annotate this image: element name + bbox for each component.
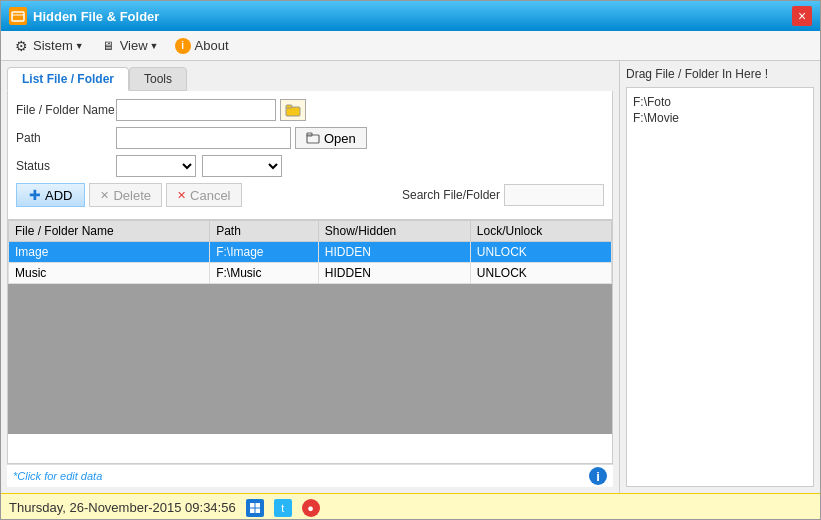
gear-icon: [13, 38, 29, 54]
svg-rect-6: [250, 503, 255, 508]
left-panel: List File / Folder Tools File / Folder N…: [1, 61, 620, 493]
tabs: List File / Folder Tools: [7, 67, 613, 91]
status-select-hidden[interactable]: HIDDEN VISIBLE: [116, 155, 196, 177]
gray-filler: [8, 284, 612, 434]
search-input[interactable]: [504, 184, 604, 206]
file-folder-name-label: File / Folder Name: [16, 103, 116, 117]
table-row[interactable]: MusicF:\MusicHIDDENUNLOCK: [9, 263, 612, 284]
form-area: File / Folder Name Path Open Status: [7, 91, 613, 220]
status-row: Status HIDDEN VISIBLE LOCK UNLOCK: [16, 155, 604, 177]
open-label: Open: [324, 131, 356, 146]
delete-button[interactable]: ✕ Delete: [89, 183, 162, 207]
table-cell-show_hidden: HIDDEN: [318, 263, 470, 284]
col-header-show-hidden: Show/Hidden: [318, 221, 470, 242]
tab-tools[interactable]: Tools: [129, 67, 187, 91]
delete-icon: ✕: [100, 189, 109, 202]
sistem-dropdown-arrow: ▼: [75, 41, 84, 51]
file-table: File / Folder Name Path Show/Hidden Lock…: [8, 220, 612, 284]
sistem-menu[interactable]: Sistem ▼: [5, 35, 92, 57]
status-label: Status: [16, 159, 116, 173]
svg-rect-9: [255, 508, 260, 513]
main-content: List File / Folder Tools File / Folder N…: [1, 61, 820, 493]
stop-icon[interactable]: ●: [302, 499, 320, 517]
drag-item-2: F:\Movie: [633, 110, 807, 126]
table-header-row: File / Folder Name Path Show/Hidden Lock…: [9, 221, 612, 242]
about-icon: i: [175, 38, 191, 54]
title-bar: Hidden File & Folder ×: [1, 1, 820, 31]
svg-rect-7: [255, 503, 260, 508]
add-label: ADD: [45, 188, 72, 203]
title-bar-icon: [9, 7, 27, 25]
twitter-icon[interactable]: t: [274, 499, 292, 517]
browse-button[interactable]: [280, 99, 306, 121]
info-button[interactable]: i: [589, 467, 607, 485]
table-footer: *Click for edit data i: [7, 464, 613, 487]
table-cell-path: F:\Music: [210, 263, 319, 284]
menu-bar: Sistem ▼ View ▼ i About: [1, 31, 820, 61]
actions-row: ✚ ADD ✕ Delete ✕ Cancel Search File/Fold…: [16, 183, 604, 207]
table-body: ImageF:\ImageHIDDENUNLOCKMusicF:\MusicHI…: [9, 242, 612, 284]
about-label: About: [195, 38, 229, 53]
cancel-icon: ✕: [177, 189, 186, 202]
table-cell-show_hidden: HIDDEN: [318, 242, 470, 263]
table-cell-path: F:\Image: [210, 242, 319, 263]
table-cell-lock_unlock: UNLOCK: [470, 263, 611, 284]
add-button[interactable]: ✚ ADD: [16, 183, 85, 207]
tab-list-file-folder[interactable]: List File / Folder: [7, 67, 129, 91]
file-table-container: File / Folder Name Path Show/Hidden Lock…: [8, 220, 612, 284]
delete-label: Delete: [113, 188, 151, 203]
path-row: Path Open: [16, 127, 604, 149]
search-label: Search File/Folder: [402, 188, 500, 202]
cancel-label: Cancel: [190, 188, 230, 203]
svg-rect-3: [286, 105, 292, 108]
table-cell-lock_unlock: UNLOCK: [470, 242, 611, 263]
drag-item-1: F:\Foto: [633, 94, 807, 110]
view-label: View: [120, 38, 148, 53]
col-header-path: Path: [210, 221, 319, 242]
drag-title: Drag File / Folder In Here !: [626, 67, 814, 81]
add-icon: ✚: [29, 187, 41, 203]
view-dropdown-arrow: ▼: [150, 41, 159, 51]
col-header-lock-unlock: Lock/Unlock: [470, 221, 611, 242]
click-edit-text: *Click for edit data: [13, 470, 102, 482]
title-bar-title: Hidden File & Folder: [33, 9, 792, 24]
view-menu[interactable]: View ▼: [92, 35, 167, 57]
open-button[interactable]: Open: [295, 127, 367, 149]
svg-rect-0: [12, 12, 24, 21]
cancel-button[interactable]: ✕ Cancel: [166, 183, 241, 207]
about-menu[interactable]: i About: [167, 35, 237, 57]
datetime-text: Thursday, 26-November-2015 09:34:56: [9, 500, 236, 515]
path-label: Path: [16, 131, 116, 145]
drag-area[interactable]: F:\Foto F:\Movie: [626, 87, 814, 487]
table-cell-name: Music: [9, 263, 210, 284]
sistem-label: Sistem: [33, 38, 73, 53]
col-header-name: File / Folder Name: [9, 221, 210, 242]
table-row[interactable]: ImageF:\ImageHIDDENUNLOCK: [9, 242, 612, 263]
right-panel: Drag File / Folder In Here ! F:\Foto F:\…: [620, 61, 820, 493]
path-input[interactable]: [116, 127, 291, 149]
file-folder-name-input[interactable]: [116, 99, 276, 121]
windows-icon[interactable]: [246, 499, 264, 517]
file-folder-name-row: File / Folder Name: [16, 99, 604, 121]
status-bar: Thursday, 26-November-2015 09:34:56 t ●: [1, 493, 820, 520]
close-button[interactable]: ×: [792, 6, 812, 26]
status-select-lock[interactable]: LOCK UNLOCK: [202, 155, 282, 177]
monitor-icon: [100, 38, 116, 54]
svg-rect-8: [250, 508, 255, 513]
table-cell-name: Image: [9, 242, 210, 263]
